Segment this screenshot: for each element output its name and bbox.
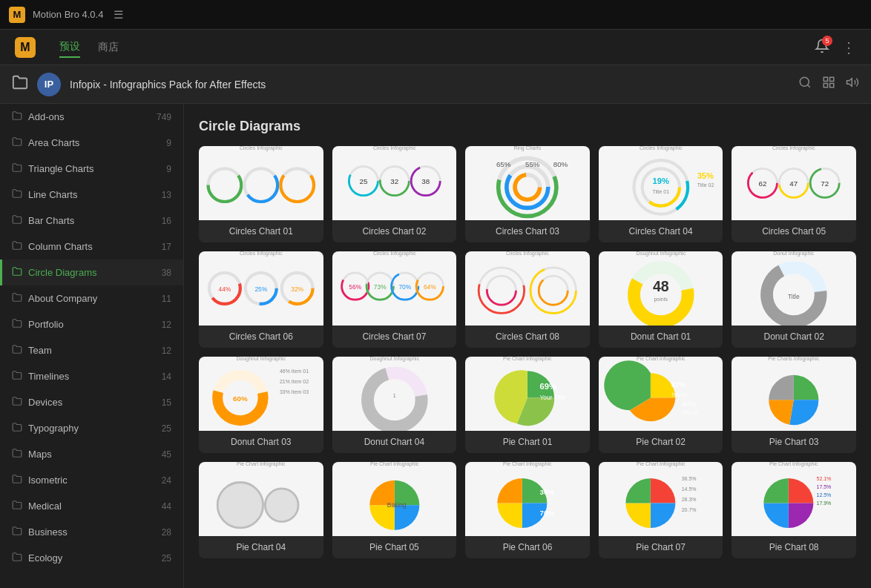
card-circles-chart-03[interactable]: Ring Charts 65% 55% 80% Circles Chart 03 xyxy=(465,146,590,242)
folder-icon xyxy=(12,162,22,175)
folder-icon xyxy=(12,396,22,409)
card-donut-chart-04[interactable]: Doughnut Infographic 1 Donut Chart 04 xyxy=(332,357,457,453)
sidebar-item-portfolio[interactable]: Portfolio 12 xyxy=(0,311,183,337)
card-preview: Circles Infographic xyxy=(465,251,590,326)
card-preview: Pie Charts Infographic xyxy=(732,357,856,431)
card-circles-chart-02[interactable]: Circles Infographic 25 32 38 Circles Cha… xyxy=(332,146,457,242)
sidebar-item-count: 12 xyxy=(162,346,171,356)
svg-rect-2 xyxy=(830,77,834,81)
svg-rect-3 xyxy=(824,84,827,87)
sidebar-item-devices[interactable]: Devices 15 xyxy=(0,389,183,415)
sidebar-item-circle-diagrams[interactable]: Circle Diagrams 38 xyxy=(0,260,183,285)
svg-text:65%: 65% xyxy=(496,160,511,168)
sidebar-item-bar-charts[interactable]: Bar Charts 16 xyxy=(0,208,183,234)
sidebar-item-label: Isometric xyxy=(28,475,156,486)
card-label: Donut Chart 04 xyxy=(332,431,457,453)
card-pie-chart-03[interactable]: Pie Charts Infographic Pie Chart 03 xyxy=(732,357,856,453)
grid-icon[interactable] xyxy=(822,76,835,93)
sidebar-item-count: 24 xyxy=(162,475,171,486)
card-circles-chart-01[interactable]: Circles Infographic Circles Chart 01 xyxy=(199,146,323,242)
card-pie-chart-07[interactable]: Pie Chart Infographic 36.5% 14.5% 28.3% … xyxy=(599,462,723,558)
svg-text:Baking: Baking xyxy=(387,501,406,509)
nav-item-preset[interactable]: 预设 xyxy=(59,37,80,58)
svg-text:Ring Charts: Ring Charts xyxy=(514,146,542,151)
svg-text:Circles Infographic: Circles Infographic xyxy=(240,146,283,151)
svg-text:64%: 64% xyxy=(424,283,436,291)
volume-icon[interactable] xyxy=(846,76,859,93)
svg-text:28.3%: 28.3% xyxy=(682,497,697,502)
card-label: Pie Chart 06 xyxy=(465,536,590,558)
svg-marker-5 xyxy=(847,79,852,87)
card-preview: Pie Chart Infographic Baking xyxy=(332,462,457,536)
card-preview: Pie Chart Infographic 36.5% 14.5% 28.3% … xyxy=(599,462,723,536)
card-circles-chart-08[interactable]: Circles Infographic Circles Chart 08 xyxy=(465,251,590,348)
card-donut-chart-03[interactable]: Doughnut Infographic 60% 46% Item 01 21%… xyxy=(199,357,323,453)
svg-text:Pie Chart Infographic: Pie Chart Infographic xyxy=(769,462,818,467)
search-icon[interactable] xyxy=(798,76,812,93)
sidebar-item-maps[interactable]: Maps 45 xyxy=(0,441,183,467)
folder-icon[interactable] xyxy=(12,74,28,94)
svg-text:33% Item 03: 33% Item 03 xyxy=(280,389,309,394)
card-pie-chart-02[interactable]: Pie Chart Infographic 67% Title 01 44% T… xyxy=(599,357,723,453)
sidebar-item-about-company[interactable]: About Company 11 xyxy=(0,285,183,311)
topbar-menu-icon[interactable]: ☰ xyxy=(114,8,123,22)
svg-text:69%: 69% xyxy=(540,382,556,391)
svg-text:25: 25 xyxy=(359,177,367,185)
sidebar-item-label: Team xyxy=(28,345,156,356)
sidebar-item-typography[interactable]: Typography 25 xyxy=(0,415,183,441)
card-circles-chart-05[interactable]: Circles Infographic 62 47 72 Circles Cha… xyxy=(732,146,856,242)
bell-button[interactable]: 5 xyxy=(815,39,829,56)
sidebar-item-medical[interactable]: Medical 44 xyxy=(0,493,183,519)
sidebar-item-label: Medical xyxy=(28,501,156,512)
folder-icon xyxy=(12,344,22,357)
card-pie-chart-08[interactable]: Pie Chart Infographic 52.1% 17.5% 12.5% … xyxy=(732,462,856,558)
card-preview: Donut Infographic Title xyxy=(732,251,856,326)
cards-grid: Circles Infographic Circles Chart 01 Cir… xyxy=(199,146,856,558)
sidebar-item-label: Maps xyxy=(28,449,156,460)
card-circles-chart-07[interactable]: Circles Infographic 56% 73% 70% 64% Circ… xyxy=(332,251,457,348)
sidebar-item-timelines[interactable]: Timelines 14 xyxy=(0,363,183,389)
sidebar-item-triangle-charts[interactable]: Triangle Charts 9 xyxy=(0,156,183,182)
sidebar-item-label: Business xyxy=(28,526,156,538)
card-label: Pie Chart 02 xyxy=(599,431,723,453)
sidebar-item-add-ons[interactable]: Add-ons 749 xyxy=(0,104,183,130)
card-preview: Circles Infographic 56% 73% 70% 64% xyxy=(332,251,457,326)
card-circles-chart-06[interactable]: Circles Infographic 44% 25% 32% Circles … xyxy=(199,251,323,348)
bell-badge: 5 xyxy=(822,36,832,46)
card-preview: Pie Chart Infographic 69% Your Title xyxy=(465,357,590,431)
card-pie-chart-05[interactable]: Pie Chart Infographic Baking Pie Chart 0… xyxy=(332,462,457,558)
sidebar-item-label: Portfolio xyxy=(28,319,156,330)
sidebar-item-count: 9 xyxy=(166,164,171,174)
sidebar-item-count: 9 xyxy=(166,138,171,148)
svg-text:44%: 44% xyxy=(682,400,697,408)
svg-text:46% Item 01: 46% Item 01 xyxy=(280,369,309,374)
sidebar-item-ecology[interactable]: Ecology 25 xyxy=(0,545,183,571)
sidebar-item-count: 14 xyxy=(162,371,171,382)
svg-text:35%: 35% xyxy=(697,171,713,180)
svg-text:Title: Title xyxy=(788,293,800,300)
card-label: Circles Chart 03 xyxy=(465,220,590,242)
svg-text:Title 02: Title 02 xyxy=(697,183,714,188)
card-donut-chart-01[interactable]: Doughnut Infographic 48 points Donut Cha… xyxy=(599,251,723,348)
card-label: Circles Chart 01 xyxy=(199,220,323,242)
card-circles-chart-04[interactable]: Circles Infographic 19% Title 01 35% Tit… xyxy=(599,146,723,242)
card-pie-chart-06[interactable]: Pie Chart Infographic 30% 70% Pie Chart … xyxy=(465,462,590,558)
sidebar-item-count: 16 xyxy=(162,216,171,226)
sidebar-item-line-charts[interactable]: Line Charts 13 xyxy=(0,182,183,208)
sidebar-item-isometric[interactable]: Isometric 24 xyxy=(0,467,183,493)
card-donut-chart-02[interactable]: Donut Infographic Title Donut Chart 02 xyxy=(732,251,856,348)
card-preview: Ring Charts 65% 55% 80% xyxy=(465,146,590,220)
main-layout: Add-ons 749 Area Charts 9 Triangle Chart… xyxy=(0,104,871,588)
sidebar-item-column-charts[interactable]: Column Charts 17 xyxy=(0,234,183,260)
svg-text:Circles Infographic: Circles Infographic xyxy=(373,251,416,257)
sidebar-item-label: Add-ons xyxy=(28,111,151,122)
more-menu-icon[interactable]: ⋮ xyxy=(841,39,856,56)
nav-item-shop[interactable]: 商店 xyxy=(98,38,119,57)
card-label: Donut Chart 02 xyxy=(732,326,856,348)
card-label: Circles Chart 02 xyxy=(332,220,457,242)
card-pie-chart-01[interactable]: Pie Chart Infographic 69% Your Title Pie… xyxy=(465,357,590,453)
sidebar-item-team[interactable]: Team 12 xyxy=(0,337,183,363)
sidebar-item-area-charts[interactable]: Area Charts 9 xyxy=(0,130,183,156)
card-pie-chart-04[interactable]: Pie Chart Infographic Pie Chart 04 xyxy=(199,462,323,558)
sidebar-item-business[interactable]: Business 28 xyxy=(0,519,183,545)
